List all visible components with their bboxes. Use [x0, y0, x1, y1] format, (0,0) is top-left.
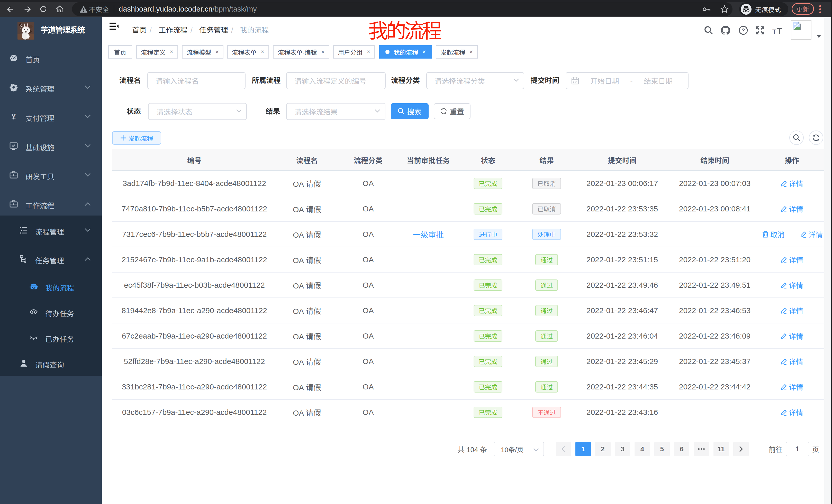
svg-text:T: T — [772, 28, 776, 34]
svg-text:T: T — [777, 26, 782, 34]
svg-text:¥: ¥ — [11, 113, 16, 121]
svg-text:?: ? — [742, 27, 745, 34]
